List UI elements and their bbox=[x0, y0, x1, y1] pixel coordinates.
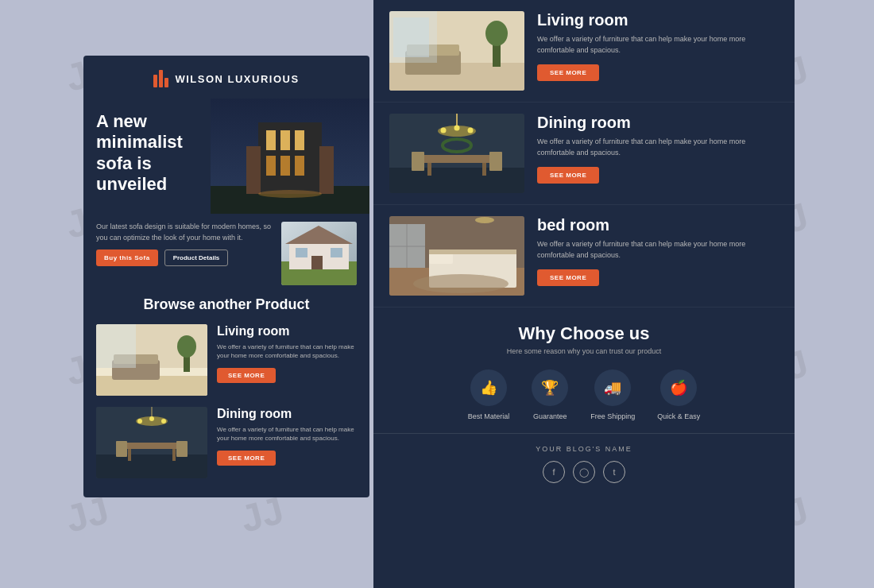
left-panel: WILSON LUXURIOUS A new minimalist sofa i… bbox=[79, 0, 373, 588]
product-title-living: Living room bbox=[217, 324, 357, 338]
see-more-dining-button[interactable]: SEE MORE bbox=[217, 451, 276, 466]
svg-rect-56 bbox=[482, 163, 486, 176]
product-info-dining: Dining room We offer a variety of furnit… bbox=[217, 407, 357, 466]
right-desc-living: We offer a variety of furniture that can… bbox=[537, 34, 779, 56]
logo-bar-3 bbox=[164, 78, 168, 87]
right-info-living: Living room We offer a variety of furnit… bbox=[537, 11, 779, 81]
buy-sofa-button[interactable]: Buy this Sofa bbox=[96, 250, 158, 266]
svg-point-11 bbox=[258, 190, 322, 198]
right-see-more-living[interactable]: SEE MORE bbox=[537, 64, 599, 81]
svg-point-31 bbox=[137, 419, 142, 424]
svg-rect-10 bbox=[319, 146, 334, 194]
right-product-bedroom: bed room We offer a variety of furniture… bbox=[373, 205, 795, 308]
product-image-living bbox=[96, 324, 207, 396]
footer-section: YOUR BLOG'S NAME f ◯ t bbox=[373, 433, 795, 494]
svg-rect-35 bbox=[128, 449, 131, 461]
right-desc-bedroom: We offer a variety of furniture that can… bbox=[537, 239, 779, 261]
svg-rect-38 bbox=[176, 441, 188, 457]
right-see-more-dining[interactable]: SEE MORE bbox=[537, 167, 599, 184]
facebook-icon[interactable]: f bbox=[543, 461, 565, 483]
svg-rect-58 bbox=[489, 152, 502, 171]
right-title-bedroom: bed room bbox=[537, 216, 779, 234]
product-item-living: Living room We offer a variety of furnit… bbox=[96, 324, 357, 396]
free-shipping-icon: 🚚 bbox=[594, 369, 631, 406]
logo-icon bbox=[153, 70, 168, 87]
svg-rect-9 bbox=[246, 146, 261, 194]
svg-point-69 bbox=[475, 217, 494, 223]
social-icons: f ◯ t bbox=[389, 461, 779, 483]
svg-point-53 bbox=[468, 128, 474, 133]
svg-rect-16 bbox=[296, 248, 307, 257]
svg-point-32 bbox=[149, 416, 154, 421]
hero-house-image bbox=[281, 222, 357, 285]
guarantee-label: Guarantee bbox=[533, 412, 567, 420]
best-material-icon: 👍 bbox=[470, 369, 507, 406]
product-image-dining bbox=[96, 407, 207, 478]
right-image-dining bbox=[389, 114, 524, 193]
best-material-label: Best Material bbox=[468, 412, 510, 420]
right-product-living: Living room We offer a variety of furnit… bbox=[373, 0, 795, 103]
svg-point-52 bbox=[454, 126, 460, 131]
free-shipping-label: Free Shipping bbox=[590, 412, 635, 420]
product-item-dining: Dining room We offer a variety of furnit… bbox=[96, 407, 357, 478]
product-desc-living: We offer a variety of furniture that can… bbox=[217, 342, 357, 360]
svg-rect-37 bbox=[116, 441, 127, 457]
page-wrapper: WILSON LUXURIOUS A new minimalist sofa i… bbox=[79, 0, 795, 588]
svg-rect-28 bbox=[96, 455, 207, 478]
guarantee-icon: 🏆 bbox=[532, 369, 568, 406]
right-title-dining: Dining room bbox=[537, 114, 779, 132]
browse-title: Browse another Product bbox=[96, 296, 357, 313]
svg-rect-48 bbox=[389, 168, 524, 193]
why-subtitle: Here some reason why you can trust our p… bbox=[389, 347, 779, 355]
right-see-more-bedroom[interactable]: SEE MORE bbox=[537, 269, 599, 286]
svg-rect-4 bbox=[280, 130, 290, 150]
svg-rect-57 bbox=[412, 152, 424, 171]
brand-name: WILSON LUXURIOUS bbox=[175, 73, 299, 85]
why-choose-section: Why Choose us Here some reason why you c… bbox=[373, 308, 795, 433]
svg-point-44 bbox=[485, 21, 508, 46]
hero-image bbox=[211, 99, 369, 214]
right-content: Living room We offer a variety of furnit… bbox=[373, 0, 795, 494]
product-details-button[interactable]: Product Details bbox=[164, 250, 229, 266]
right-desc-dining: We offer a variety of furniture that can… bbox=[537, 137, 779, 158]
svg-rect-26 bbox=[96, 324, 136, 368]
feature-best-material: 👍 Best Material bbox=[468, 369, 510, 420]
hero-description: Our latest sofa design is suitable for m… bbox=[96, 222, 273, 243]
svg-rect-17 bbox=[331, 248, 342, 257]
brand-logo: WILSON LUXURIOUS bbox=[153, 70, 299, 87]
svg-rect-3 bbox=[266, 130, 276, 150]
svg-rect-6 bbox=[266, 156, 276, 176]
quick-easy-label: Quick & Easy bbox=[657, 412, 700, 420]
svg-rect-7 bbox=[280, 156, 290, 176]
hero-section: A new minimalist sofa is unveiled bbox=[83, 99, 369, 214]
svg-point-68 bbox=[413, 274, 509, 293]
twitter-icon[interactable]: t bbox=[603, 461, 625, 483]
svg-rect-34 bbox=[124, 443, 180, 449]
quick-easy-icon: 🍎 bbox=[660, 369, 697, 406]
why-title: Why Choose us bbox=[389, 323, 779, 344]
right-title-living: Living room bbox=[537, 11, 779, 29]
right-image-living bbox=[389, 11, 524, 91]
svg-rect-8 bbox=[295, 156, 304, 176]
svg-rect-54 bbox=[421, 155, 493, 163]
svg-rect-55 bbox=[427, 163, 431, 176]
product-desc-dining: We offer a variety of furniture that can… bbox=[217, 425, 357, 443]
see-more-living-button[interactable]: SEE MORE bbox=[217, 368, 276, 383]
right-info-bedroom: bed room We offer a variety of furniture… bbox=[537, 216, 779, 286]
svg-rect-46 bbox=[393, 17, 429, 57]
right-panel: Living room We offer a variety of furnit… bbox=[373, 0, 795, 588]
card-header: WILSON LUXURIOUS bbox=[83, 56, 369, 99]
instagram-icon[interactable]: ◯ bbox=[573, 461, 595, 483]
right-product-dining: Dining room We offer a variety of furnit… bbox=[373, 103, 795, 205]
svg-rect-36 bbox=[172, 449, 176, 461]
feature-quick-easy: 🍎 Quick & Easy bbox=[657, 369, 700, 420]
logo-bar-1 bbox=[153, 75, 157, 87]
blog-name: YOUR BLOG'S NAME bbox=[389, 445, 779, 453]
hero-headline: A new minimalist sofa is unveiled bbox=[96, 111, 223, 195]
svg-rect-5 bbox=[295, 130, 304, 150]
browse-section: Browse another Product bbox=[83, 285, 369, 497]
features-row: 👍 Best Material 🏆 Guarantee 🚚 Free Shipp… bbox=[389, 369, 779, 420]
svg-rect-67 bbox=[429, 250, 516, 254]
product-title-dining: Dining room bbox=[217, 407, 357, 421]
right-image-bedroom bbox=[389, 216, 524, 296]
